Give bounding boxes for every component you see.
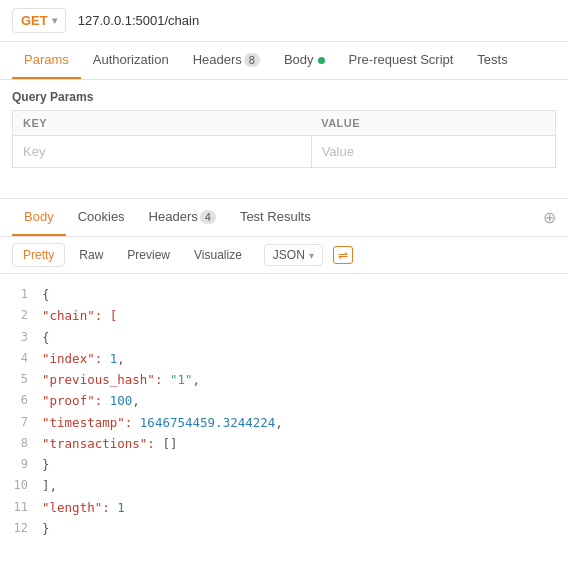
json-line: 8 "transactions": [] <box>12 433 556 454</box>
request-tabs: Params Authorization Headers8 Body Pre-r… <box>0 42 568 80</box>
line-content: ], <box>42 475 57 496</box>
tab-prerequest[interactable]: Pre-request Script <box>337 42 466 79</box>
line-content: { <box>42 327 50 348</box>
json-string: "1" <box>170 372 193 387</box>
line-content: "timestamp": 1646754459.3244224, <box>42 412 283 433</box>
json-plain: , <box>275 415 283 430</box>
line-content: "length": 1 <box>42 497 125 518</box>
json-key: "transactions": <box>42 436 162 451</box>
line-content: { <box>42 284 50 305</box>
json-plain: , <box>117 351 125 366</box>
json-body: 1{2 "chain": [3 {4 "index": 1,5 "previou… <box>0 274 568 549</box>
method-label: GET <box>21 13 48 28</box>
line-number: 9 <box>12 454 42 475</box>
json-key: "index": <box>42 351 110 366</box>
table-row: Key Value <box>13 136 556 168</box>
line-content: "transactions": [] <box>42 433 177 454</box>
response-tab-body[interactable]: Body <box>12 199 66 236</box>
method-chevron-icon: ▾ <box>52 15 57 26</box>
json-plain: , <box>132 393 140 408</box>
wrap-icon[interactable]: ⇌ <box>333 246 353 264</box>
tab-headers[interactable]: Headers8 <box>181 42 272 79</box>
json-key: "chain": [ <box>42 308 117 323</box>
line-number: 12 <box>12 518 42 539</box>
json-number: 100 <box>110 393 133 408</box>
line-number: 1 <box>12 284 42 305</box>
json-line: 4 "index": 1, <box>12 348 556 369</box>
key-cell[interactable]: Key <box>13 136 312 168</box>
line-number: 8 <box>12 433 42 454</box>
params-table: KEY VALUE Key Value <box>12 110 556 168</box>
line-number: 10 <box>12 475 42 496</box>
format-bar: Pretty Raw Preview Visualize JSON ▾ ⇌ <box>0 237 568 274</box>
col-value: VALUE <box>311 111 555 136</box>
line-number: 11 <box>12 497 42 518</box>
line-number: 7 <box>12 412 42 433</box>
line-content: "proof": 100, <box>42 390 140 411</box>
json-brace: { <box>42 287 50 302</box>
section-title: Query Params <box>12 90 556 104</box>
json-number: 1646754459.3244224 <box>140 415 275 430</box>
json-format-label: JSON <box>273 248 305 262</box>
col-key: KEY <box>13 111 312 136</box>
json-plain: [] <box>162 436 177 451</box>
format-pretty-button[interactable]: Pretty <box>12 243 65 267</box>
line-number: 2 <box>12 305 42 326</box>
response-headers-badge: 4 <box>200 210 216 224</box>
format-visualize-button[interactable]: Visualize <box>184 244 252 266</box>
line-number: 6 <box>12 390 42 411</box>
json-line: 11 "length": 1 <box>12 497 556 518</box>
json-chevron-icon: ▾ <box>309 250 314 261</box>
json-line: 1{ <box>12 284 556 305</box>
url-bar: GET ▾ <box>0 0 568 42</box>
response-tab-cookies[interactable]: Cookies <box>66 199 137 236</box>
query-params-section: Query Params KEY VALUE Key Value <box>0 80 568 168</box>
body-dot <box>318 57 325 64</box>
tab-body[interactable]: Body <box>272 42 337 79</box>
response-tabs: Body Cookies Headers4 Test Results ⊕ <box>0 199 568 237</box>
response-tab-headers[interactable]: Headers4 <box>137 199 228 236</box>
headers-badge: 8 <box>244 53 260 67</box>
json-brace: { <box>42 330 50 345</box>
line-content: "previous_hash": "1", <box>42 369 200 390</box>
value-cell[interactable]: Value <box>311 136 555 168</box>
line-content: } <box>42 518 50 539</box>
format-preview-button[interactable]: Preview <box>117 244 180 266</box>
json-number: 1 <box>117 500 125 515</box>
json-line: 7 "timestamp": 1646754459.3244224, <box>12 412 556 433</box>
json-line: 6 "proof": 100, <box>12 390 556 411</box>
json-key: "length": <box>42 500 117 515</box>
json-line: 3 { <box>12 327 556 348</box>
line-content: } <box>42 454 50 475</box>
tab-authorization[interactable]: Authorization <box>81 42 181 79</box>
method-selector[interactable]: GET ▾ <box>12 8 66 33</box>
line-content: "chain": [ <box>42 305 117 326</box>
line-number: 5 <box>12 369 42 390</box>
json-line: 5 "previous_hash": "1", <box>12 369 556 390</box>
tab-tests[interactable]: Tests <box>465 42 519 79</box>
response-tab-testresults[interactable]: Test Results <box>228 199 323 236</box>
format-raw-button[interactable]: Raw <box>69 244 113 266</box>
tab-params[interactable]: Params <box>12 42 81 79</box>
json-format-selector[interactable]: JSON ▾ <box>264 244 323 266</box>
line-number: 4 <box>12 348 42 369</box>
line-number: 3 <box>12 327 42 348</box>
json-key: "timestamp": <box>42 415 140 430</box>
json-key: "previous_hash": <box>42 372 170 387</box>
json-plain: , <box>193 372 201 387</box>
json-line: 12} <box>12 518 556 539</box>
json-line: 9 } <box>12 454 556 475</box>
line-content: "index": 1, <box>42 348 125 369</box>
json-key: "proof": <box>42 393 110 408</box>
json-line: 2 "chain": [ <box>12 305 556 326</box>
json-plain: ], <box>42 478 57 493</box>
json-brace: } <box>42 457 50 472</box>
globe-icon[interactable]: ⊕ <box>543 208 556 227</box>
json-brace: } <box>42 521 50 536</box>
json-line: 10 ], <box>12 475 556 496</box>
url-input[interactable] <box>74 9 556 32</box>
